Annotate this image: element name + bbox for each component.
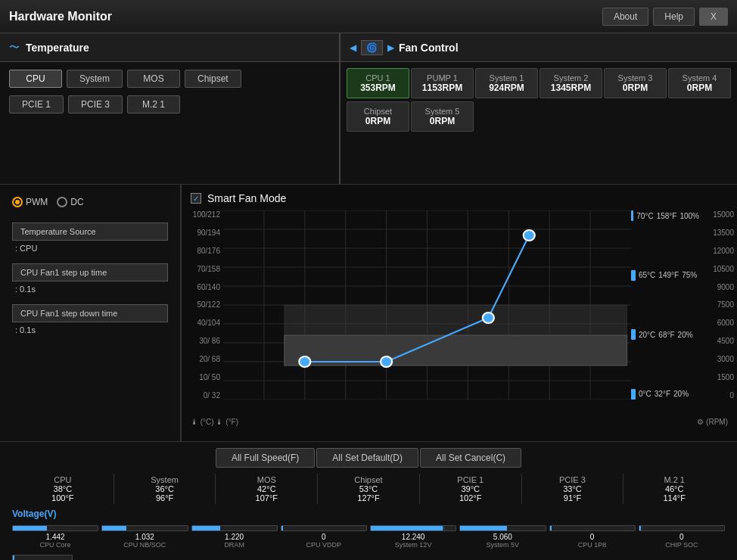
fan-val-chipset: 0RPM (353, 116, 403, 126)
sensor-pcie1: PCIE 1 39°C 102°F (420, 474, 522, 504)
chart-temp-f-1: 149°F (658, 271, 679, 279)
all-set-cancel-button[interactable]: All Set Cancel(C) (420, 448, 521, 468)
y-label-5: 50/122 (185, 300, 220, 309)
pwm-dc-selector: PWM DC (12, 197, 168, 207)
y-label-3: 70/158 (185, 265, 220, 273)
chart-y-labels: 100/212 90/194 80/176 70/158 60/140 50/1… (182, 210, 223, 415)
fan-name-system3: System 3 (611, 73, 660, 82)
sensor-name-mos: MOS (219, 475, 314, 484)
fan-grid-row1: CPU 1 353RPM PUMP 1 1153RPM System 1 924… (341, 62, 737, 101)
sensor-row: CPU 38°C 100°F System 36°C 96°F MOS 42°C… (0, 472, 737, 506)
fan-item-system4[interactable]: System 4 0RPM (668, 68, 731, 98)
chart-footer-right: ⚙ (RPM) (697, 418, 728, 426)
voltage-sys5v: 5.060 System 5V (459, 525, 546, 549)
dc-radio-label[interactable]: DC (57, 197, 83, 207)
temp-btn-pcie1[interactable]: PCIE 1 (9, 95, 64, 114)
voltage-val-5: 5.060 (459, 533, 546, 541)
all-full-speed-button[interactable]: All Full Speed(F) (216, 448, 315, 468)
chart-pct-2: 20% (678, 331, 693, 339)
dc-radio[interactable] (57, 197, 67, 207)
voltage-bar-container-0 (12, 525, 98, 531)
fan-item-system3[interactable]: System 3 0RPM (604, 68, 667, 98)
fan-val-system5: 0RPM (418, 116, 467, 126)
svg-point-24 (483, 313, 494, 323)
pwm-radio[interactable] (12, 197, 23, 207)
voltage-name-7: CHIP SOC (639, 541, 725, 549)
chart-main[interactable] (223, 210, 631, 415)
fan-item-system2[interactable]: System 2 1345RPM (540, 68, 602, 98)
rpm-1: 13500 (699, 229, 734, 237)
smart-fan-checkbox[interactable]: ✓ (191, 193, 201, 204)
chart-right-item-2: 20°C 68°F 20% (631, 329, 699, 340)
chart-pct-3: 20% (673, 390, 689, 398)
help-button[interactable]: Help (653, 8, 695, 26)
all-set-default-button[interactable]: All Set Default(D) (316, 448, 418, 468)
voltage-val-2: 1.220 (191, 533, 278, 541)
fan-item-cpu1[interactable]: CPU 1 353RPM (347, 68, 409, 98)
rpm-7: 4500 (699, 337, 734, 345)
temp-btn-pcie3[interactable]: PCIE 3 (68, 95, 123, 114)
step-down-label[interactable]: CPU Fan1 step down time (12, 304, 168, 322)
sensor-val1-mos: 42°C (219, 484, 314, 493)
fan-item-pump1[interactable]: PUMP 1 1153RPM (411, 68, 474, 98)
chart-title: Smart Fan Mode (207, 192, 286, 204)
sensor-val2-mos: 107°F (219, 493, 314, 502)
fan-name-system2: System 2 (546, 73, 596, 82)
temp-btn-mos[interactable]: MOS (127, 70, 180, 88)
temp-btn-system[interactable]: System (67, 70, 123, 88)
voltage-bar-container-4 (370, 525, 456, 531)
chart-bar-0 (631, 210, 633, 221)
app-title: Hardware Monitor (9, 10, 112, 23)
about-button[interactable]: About (602, 8, 648, 26)
rpm-labels: 15000 13500 12000 10500 9000 7500 6000 4… (699, 210, 737, 415)
y-label-7: 30/ 86 (185, 337, 220, 345)
chart-pct-0: 100% (679, 212, 699, 220)
sensor-name-cpu: CPU (15, 475, 110, 484)
fan-item-system1[interactable]: System 1 924RPM (475, 68, 538, 98)
chart-container: 100/212 90/194 80/176 70/158 60/140 50/1… (182, 210, 737, 415)
fan-val-system1: 924RPM (482, 82, 531, 93)
voltage-name-5: System 5V (459, 541, 546, 549)
voltage-bar-container-6 (549, 525, 636, 531)
title-bar: Hardware Monitor About Help X (0, 0, 737, 33)
temp-btn-cpu[interactable]: CPU (9, 70, 62, 88)
temp-btn-m21[interactable]: M.2 1 (127, 95, 180, 114)
temp-source-label[interactable]: Temperature Source (12, 222, 168, 241)
fan-icon: 🌀 (361, 40, 383, 55)
sensor-val2-m21: 114°F (627, 493, 722, 502)
chart-svg[interactable] (223, 210, 631, 400)
bottom-buttons: All Full Speed(F) All Set Default(D) All… (0, 442, 737, 472)
step-up-label[interactable]: CPU Fan1 step up time (12, 263, 168, 282)
chart-footer: 🌡 (°C) 🌡 (°F) ⚙ (RPM) (182, 415, 737, 429)
sensor-val2-system: 96°F (117, 493, 213, 502)
temp-btn-chipset[interactable]: Chipset (185, 70, 241, 88)
rpm-0: 15000 (699, 210, 734, 219)
voltage-val-4: 12.240 (370, 533, 456, 541)
pwm-radio-label[interactable]: PWM (12, 197, 48, 207)
fan-item-chipset[interactable]: Chipset 0RPM (347, 101, 409, 132)
chart-right-labels: 70°C 158°F 100% 65°C 149°F 75% 20°C 68°F (631, 210, 699, 415)
voltage-bar-container-5 (459, 525, 546, 531)
sensor-system: System 36°C 96°F (114, 474, 216, 504)
voltage-val-3: 0 (281, 533, 367, 541)
voltage-name-3: CPU VDDP (281, 541, 367, 549)
chart-temp-c-2: 20°C (639, 331, 655, 339)
svg-point-23 (381, 356, 392, 367)
fan-name-cpu1: CPU 1 (353, 73, 403, 82)
sensor-chipset: Chipset 53°C 127°F (318, 474, 420, 504)
voltage-name-4: System 12V (370, 541, 456, 549)
chart-temp-f-2: 68°F (658, 331, 674, 339)
close-button[interactable]: X (699, 8, 728, 26)
fan-name-system4: System 4 (675, 73, 724, 82)
top-section: 〜 Temperature CPU System MOS Chipset PCI… (0, 33, 737, 185)
main-area: 〜 Temperature CPU System MOS Chipset PCI… (0, 33, 737, 560)
rpm-6: 6000 (699, 319, 734, 327)
fan-item-system5[interactable]: System 5 0RPM (411, 101, 474, 132)
fan-grid-row2: Chipset 0RPM System 5 0RPM (341, 101, 737, 132)
voltage-bar-cldo (12, 555, 73, 560)
voltage-bar-container-7 (639, 525, 725, 531)
chart-bar-2 (631, 329, 636, 340)
svg-point-22 (299, 356, 310, 367)
step-down-value: : 0.1s (12, 325, 168, 334)
fan-back-icon: ◀ (350, 42, 356, 53)
